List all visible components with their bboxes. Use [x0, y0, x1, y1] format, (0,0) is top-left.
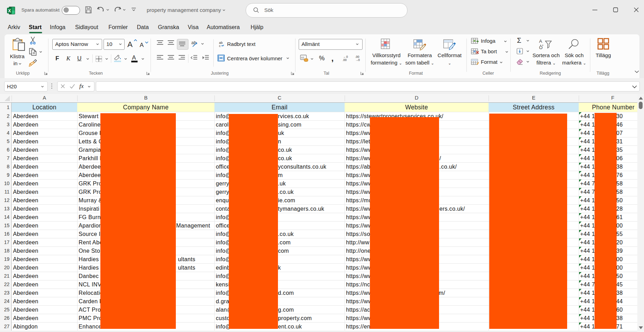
svg-text:A: A — [539, 39, 542, 44]
svg-text:ab: ab — [191, 40, 196, 45]
svg-text:cc: cc — [301, 56, 305, 59]
svg-text:X: X — [8, 8, 11, 13]
svg-text:c: c — [219, 44, 221, 47]
svg-text:O: O — [539, 45, 543, 50]
svg-text:.00: .00 — [343, 58, 347, 61]
svg-text:→0: →0 — [355, 58, 360, 61]
